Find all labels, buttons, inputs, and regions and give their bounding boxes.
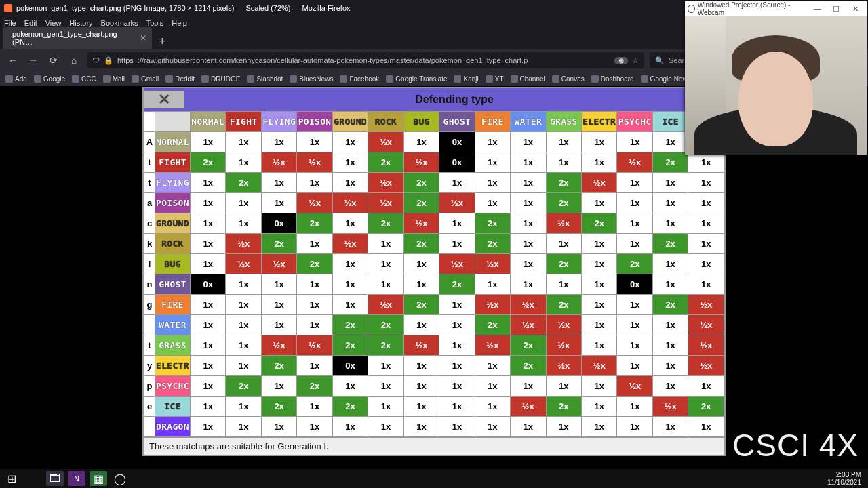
bookmark-google-translate[interactable]: Google Translate xyxy=(386,75,447,83)
cell-grass-vs-poison: ½x xyxy=(297,336,332,356)
cell-dragon-vs-ghost: 1x xyxy=(439,417,475,437)
cell-ice-vs-poison: 1x xyxy=(297,396,332,417)
maximize-button[interactable]: ☐ xyxy=(828,5,844,14)
minimize-button[interactable]: — xyxy=(809,5,825,13)
reload-button[interactable]: ⟳ xyxy=(46,53,61,68)
cell-electr-vs-water: 2x xyxy=(511,356,546,376)
cell-electr-vs-ghost: 1x xyxy=(439,356,475,376)
taskbar-app-1[interactable]: 🗔 xyxy=(46,471,64,486)
menu-view[interactable]: View xyxy=(45,19,62,27)
cell-flying-vs-ghost: 1x xyxy=(439,173,475,193)
start-button[interactable]: ⊞ xyxy=(3,471,20,486)
cell-rock-vs-ice: 2x xyxy=(652,234,688,254)
close-button[interactable]: ✕ xyxy=(848,5,864,14)
cell-bug-vs-psychc: 2x xyxy=(617,254,652,274)
col-electr: ELECTR xyxy=(581,112,616,132)
cell-normal-vs-water: 1x xyxy=(511,132,546,152)
cell-normal-vs-normal: 1x xyxy=(191,132,226,152)
bookmark-google-news[interactable]: Google News xyxy=(641,75,691,83)
cell-dragon-vs-ground: 1x xyxy=(332,417,368,437)
home-button[interactable]: ⌂ xyxy=(66,53,81,68)
clock-time: 2:03 PM xyxy=(827,471,861,479)
attacking-label-char: y xyxy=(144,356,155,376)
menu-edit[interactable]: Edit xyxy=(24,19,37,27)
cell-grass-vs-ghost: 1x xyxy=(439,336,475,356)
cell-ice-vs-fight: 1x xyxy=(226,396,261,417)
cell-ground-vs-fire: 2x xyxy=(475,214,510,234)
row-header-blank xyxy=(155,112,191,132)
close-icon[interactable]: ✕ xyxy=(140,33,146,43)
cell-psychc-vs-normal: 1x xyxy=(191,376,226,396)
bookmark-facebook[interactable]: Facebook xyxy=(340,75,379,83)
zoom-badge[interactable]: ⊕ xyxy=(614,57,628,64)
bookmark-google[interactable]: Google xyxy=(34,75,65,83)
star-icon[interactable]: ☆ xyxy=(632,56,639,65)
obs-icon xyxy=(688,5,695,13)
row-grass: GRASS xyxy=(155,336,191,356)
attacking-label-char: a xyxy=(144,193,155,214)
cell-fire-vs-rock: ½x xyxy=(368,295,403,315)
browser-tab[interactable]: pokemon_gen1_type_chart.png (PN… ✕ xyxy=(3,27,152,49)
cell-grass-vs-?: ½x xyxy=(688,336,724,356)
cell-dragon-vs-poison: 1x xyxy=(297,417,332,437)
menu-file[interactable]: File xyxy=(4,19,16,27)
menu-history[interactable]: History xyxy=(69,19,92,27)
cell-electr-vs-electr: ½x xyxy=(581,356,616,376)
cell-fire-vs-fire: ½x xyxy=(475,295,510,315)
menu-help[interactable]: Help xyxy=(172,19,187,27)
cell-flying-vs-bug: 2x xyxy=(403,173,439,193)
bookmark-drudge[interactable]: DRUDGE xyxy=(201,75,240,83)
zoom-out-icon: ✕ xyxy=(144,91,184,108)
cell-flying-vs-water: 1x xyxy=(511,173,546,193)
cell-bug-vs-ghost: ½x xyxy=(439,254,475,274)
bookmark-ada[interactable]: Ada xyxy=(5,75,27,83)
cell-ground-vs-flying: 0x xyxy=(261,214,296,234)
bookmark-bluesnews[interactable]: BluesNews xyxy=(290,75,333,83)
taskbar-app-2[interactable]: N xyxy=(68,471,85,486)
cell-ground-vs-poison: 2x xyxy=(297,214,332,234)
cell-fire-vs-ice: 2x xyxy=(652,295,688,315)
cell-ghost-vs-bug: 1x xyxy=(403,274,439,295)
cell-ice-vs-grass: 2x xyxy=(546,396,581,417)
chart-header: ✕ Defending type xyxy=(144,88,724,111)
bookmark-kanji[interactable]: Kanji xyxy=(454,75,478,83)
bookmark-mail[interactable]: Mail xyxy=(103,75,125,83)
col-flying: FLYING xyxy=(261,112,296,132)
cell-ground-vs-grass: ½x xyxy=(546,214,581,234)
cell-normal-vs-electr: 1x xyxy=(581,132,616,152)
bookmark-gmail[interactable]: Gmail xyxy=(132,75,159,83)
bookmark-channel[interactable]: Channel xyxy=(511,75,545,83)
bookmark-canvas[interactable]: Canvas xyxy=(552,75,585,83)
bookmark-ccc[interactable]: CCC xyxy=(72,75,96,83)
cell-ice-vs-water: ½x xyxy=(511,396,546,417)
new-tab-button[interactable]: + xyxy=(155,35,170,49)
system-clock[interactable]: 2:03 PM 11/10/2021 xyxy=(823,471,865,486)
cell-grass-vs-electr: 1x xyxy=(581,336,616,356)
cell-bug-vs-fire: ½x xyxy=(475,254,510,274)
address-bar[interactable]: 🛡 🔒 https ://raw.githubusercontent.com/k… xyxy=(87,52,644,68)
forward-button[interactable]: → xyxy=(26,53,41,68)
bookmark-reddit[interactable]: Reddit xyxy=(165,75,195,83)
bookmark-icon xyxy=(34,75,41,83)
type-chart-image[interactable]: ✕ Defending type NORMALFIGHTFLYINGPOISON… xyxy=(142,87,726,456)
bookmark-slashdot[interactable]: Slashdot xyxy=(247,75,283,83)
back-button[interactable]: ← xyxy=(5,53,20,68)
taskbar-obs[interactable]: ◯ xyxy=(111,471,129,486)
taskbar-app-3[interactable]: ▦ xyxy=(90,471,107,486)
cell-bug-vs-ice: 1x xyxy=(652,254,688,274)
firefox-icon xyxy=(4,4,12,12)
row-ice: ICE xyxy=(155,396,191,417)
cell-fire-vs-water: ½x xyxy=(511,295,546,315)
cell-water-vs-electr: 1x xyxy=(581,315,616,336)
menu-tools[interactable]: Tools xyxy=(146,19,164,27)
cell-poison-vs-grass: 2x xyxy=(546,193,581,214)
col-fire: FIRE xyxy=(475,112,510,132)
menu-bookmarks[interactable]: Bookmarks xyxy=(101,19,138,27)
taskbar-firefox[interactable] xyxy=(24,471,42,486)
cell-psychc-vs-ghost: 1x xyxy=(439,376,475,396)
webcam-window[interactable]: Windowed Projector (Source) - Webcam — ☐… xyxy=(685,1,867,155)
bookmark-yt[interactable]: YT xyxy=(486,75,504,83)
cell-psychc-vs-electr: 1x xyxy=(581,376,616,396)
bookmark-dashboard[interactable]: Dashboard xyxy=(591,75,634,83)
cell-ghost-vs-water: 1x xyxy=(511,274,546,295)
